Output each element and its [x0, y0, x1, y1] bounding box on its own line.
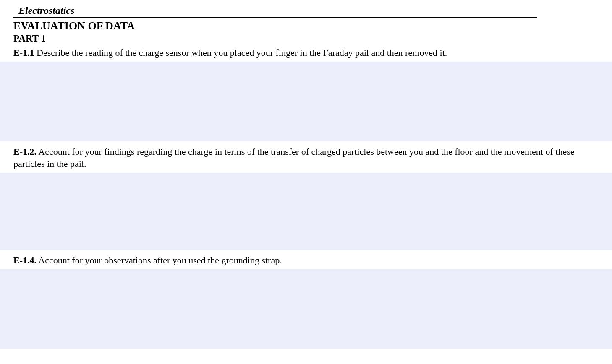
section-title: EVALUATION OF DATA: [13, 20, 612, 32]
question-block-2: E-1.2. Account for your findings regardi…: [0, 141, 612, 250]
question-text-2: E-1.2. Account for your findings regardi…: [0, 141, 612, 173]
answer-area-1[interactable]: [0, 62, 612, 141]
question-block-3: E-1.4. Account for your observations aft…: [0, 250, 612, 349]
question-number-3: E-1.4.: [13, 255, 37, 265]
question-text-3: E-1.4. Account for your observations aft…: [0, 250, 612, 269]
document-page: Electrostatics EVALUATION OF DATA PART-1…: [0, 0, 612, 349]
question-body-3: Account for your observations after you …: [37, 255, 282, 265]
question-text-1: E-1.1 Describe the reading of the charge…: [0, 47, 612, 62]
document-header-title: Electrostatics: [18, 5, 612, 16]
answer-area-2[interactable]: [0, 173, 612, 250]
question-body-1: Describe the reading of the charge senso…: [34, 47, 447, 58]
question-block-1: E-1.1 Describe the reading of the charge…: [0, 47, 612, 141]
question-body-2: Account for your findings regarding the …: [13, 146, 574, 169]
question-number-2: E-1.2.: [13, 146, 37, 157]
part-title: PART-1: [13, 33, 612, 44]
answer-area-3[interactable]: [0, 269, 612, 349]
header-underline: [13, 17, 537, 18]
question-number-1: E-1.1: [13, 47, 34, 58]
